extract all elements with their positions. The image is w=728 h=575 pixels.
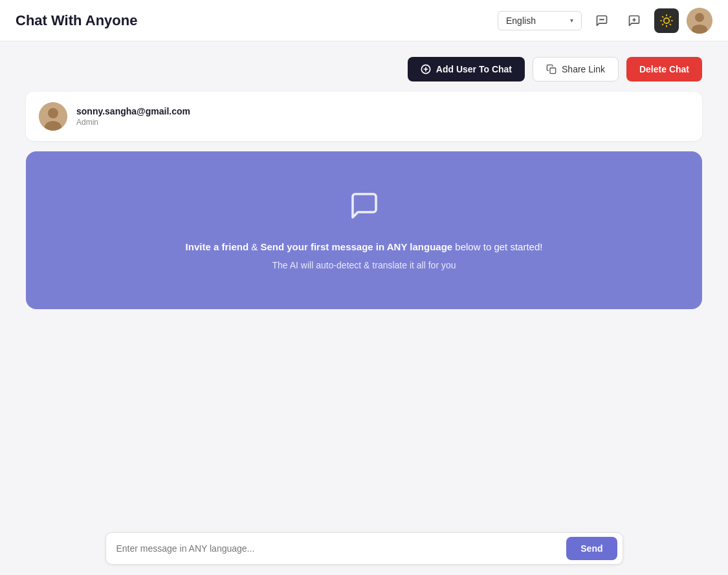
avatar[interactable] [687,8,712,34]
user-info: sonny.sangha@gmail.com Admin [76,106,190,127]
chat-subtitle: The AI will auto-detect & translate it a… [272,260,456,270]
message-input-container: Send [105,532,623,565]
sun-icon [660,14,673,27]
chevron-down-icon: ▾ [570,17,573,24]
share-link-button[interactable]: Share Link [533,57,619,81]
main-content: Add User To Chat Share Link Delete Chat … [0,41,728,575]
action-row: Add User To Chat Share Link Delete Chat [26,57,702,81]
chat-empty-area: Invite a friend & Send your first messag… [26,151,702,309]
svg-line-12 [663,24,663,25]
message-input-area: Send [0,522,728,575]
avatar-image [687,8,712,34]
user-email: sonny.sangha@gmail.com [76,106,190,116]
svg-rect-20 [550,68,556,74]
message-input[interactable] [106,534,562,563]
compose-icon [628,14,641,27]
invite-prefix: Invite a friend [186,241,249,252]
send-button[interactable]: Send [566,537,617,560]
svg-line-13 [670,16,670,17]
header: Chat With Anyone English ▾ [0,0,728,41]
language-label: English [506,16,536,26]
app-logo: Chat With Anyone [16,12,137,29]
language-selector[interactable]: English ▾ [498,11,582,30]
copy-icon [546,64,557,74]
add-user-button[interactable]: Add User To Chat [408,57,525,81]
delete-chat-label: Delete Chat [639,64,689,74]
svg-point-22 [48,108,58,118]
svg-line-8 [663,16,663,17]
svg-point-15 [695,13,704,22]
chat-invite-text: Invite a friend & Send your first messag… [186,240,543,255]
svg-point-5 [664,17,669,23]
header-right: English ▾ [498,8,712,34]
invite-bold: Send your first message in ANY language [260,241,452,252]
compose-button[interactable] [622,8,646,33]
add-user-label: Add User To Chat [436,64,512,74]
chat-icon-button[interactable] [590,8,614,33]
user-role: Admin [76,118,190,127]
invite-connector: & [248,241,260,252]
share-link-label: Share Link [562,64,605,74]
chat-bubble-icon [349,190,380,227]
plus-circle-icon [421,64,431,74]
chat-icon [595,14,608,27]
delete-chat-button[interactable]: Delete Chat [626,57,702,81]
user-avatar [39,102,67,131]
invite-suffix: below to get started! [452,241,542,252]
user-card: sonny.sangha@gmail.com Admin [26,92,702,141]
theme-toggle-button[interactable] [654,8,679,33]
svg-line-9 [670,24,670,25]
